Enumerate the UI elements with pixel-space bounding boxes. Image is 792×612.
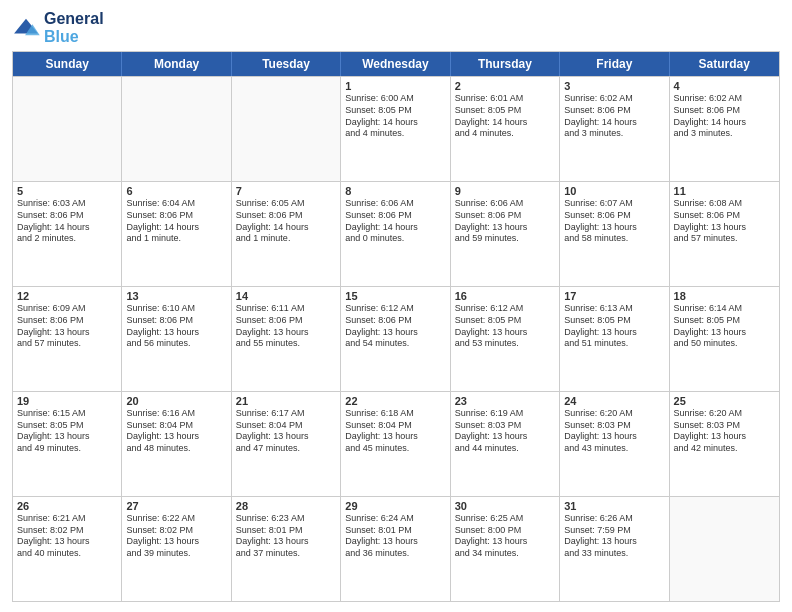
day-number: 23: [455, 395, 555, 407]
day-cell: 5Sunrise: 6:03 AM Sunset: 8:06 PM Daylig…: [13, 182, 122, 286]
calendar: SundayMondayTuesdayWednesdayThursdayFrid…: [12, 51, 780, 602]
cell-text: Sunrise: 6:22 AM Sunset: 8:02 PM Dayligh…: [126, 513, 226, 560]
day-cell: [13, 77, 122, 181]
day-cell: 31Sunrise: 6:26 AM Sunset: 7:59 PM Dayli…: [560, 497, 669, 601]
day-number: 24: [564, 395, 664, 407]
day-cell: 2Sunrise: 6:01 AM Sunset: 8:05 PM Daylig…: [451, 77, 560, 181]
day-number: 30: [455, 500, 555, 512]
day-number: 6: [126, 185, 226, 197]
day-cell: 21Sunrise: 6:17 AM Sunset: 8:04 PM Dayli…: [232, 392, 341, 496]
cell-text: Sunrise: 6:20 AM Sunset: 8:03 PM Dayligh…: [674, 408, 775, 455]
cell-text: Sunrise: 6:00 AM Sunset: 8:05 PM Dayligh…: [345, 93, 445, 140]
week-row-1: 1Sunrise: 6:00 AM Sunset: 8:05 PM Daylig…: [13, 76, 779, 181]
calendar-body: 1Sunrise: 6:00 AM Sunset: 8:05 PM Daylig…: [13, 76, 779, 601]
day-cell: 22Sunrise: 6:18 AM Sunset: 8:04 PM Dayli…: [341, 392, 450, 496]
day-cell: 26Sunrise: 6:21 AM Sunset: 8:02 PM Dayli…: [13, 497, 122, 601]
cell-text: Sunrise: 6:10 AM Sunset: 8:06 PM Dayligh…: [126, 303, 226, 350]
week-row-2: 5Sunrise: 6:03 AM Sunset: 8:06 PM Daylig…: [13, 181, 779, 286]
day-number: 11: [674, 185, 775, 197]
cell-text: Sunrise: 6:02 AM Sunset: 8:06 PM Dayligh…: [564, 93, 664, 140]
day-cell: 27Sunrise: 6:22 AM Sunset: 8:02 PM Dayli…: [122, 497, 231, 601]
week-row-3: 12Sunrise: 6:09 AM Sunset: 8:06 PM Dayli…: [13, 286, 779, 391]
cell-text: Sunrise: 6:19 AM Sunset: 8:03 PM Dayligh…: [455, 408, 555, 455]
day-cell: 20Sunrise: 6:16 AM Sunset: 8:04 PM Dayli…: [122, 392, 231, 496]
day-header-wednesday: Wednesday: [341, 52, 450, 76]
logo-icon: [12, 17, 40, 39]
cell-text: Sunrise: 6:20 AM Sunset: 8:03 PM Dayligh…: [564, 408, 664, 455]
cell-text: Sunrise: 6:11 AM Sunset: 8:06 PM Dayligh…: [236, 303, 336, 350]
day-number: 29: [345, 500, 445, 512]
day-cell: 17Sunrise: 6:13 AM Sunset: 8:05 PM Dayli…: [560, 287, 669, 391]
day-number: 9: [455, 185, 555, 197]
day-number: 15: [345, 290, 445, 302]
header: General Blue: [12, 10, 780, 45]
day-number: 12: [17, 290, 117, 302]
day-cell: 18Sunrise: 6:14 AM Sunset: 8:05 PM Dayli…: [670, 287, 779, 391]
cell-text: Sunrise: 6:13 AM Sunset: 8:05 PM Dayligh…: [564, 303, 664, 350]
day-number: 13: [126, 290, 226, 302]
day-number: 25: [674, 395, 775, 407]
logo: General Blue: [12, 10, 104, 45]
cell-text: Sunrise: 6:24 AM Sunset: 8:01 PM Dayligh…: [345, 513, 445, 560]
day-number: 21: [236, 395, 336, 407]
day-cell: 9Sunrise: 6:06 AM Sunset: 8:06 PM Daylig…: [451, 182, 560, 286]
day-cell: [670, 497, 779, 601]
week-row-5: 26Sunrise: 6:21 AM Sunset: 8:02 PM Dayli…: [13, 496, 779, 601]
day-cell: 29Sunrise: 6:24 AM Sunset: 8:01 PM Dayli…: [341, 497, 450, 601]
day-number: 17: [564, 290, 664, 302]
day-header-tuesday: Tuesday: [232, 52, 341, 76]
day-header-friday: Friday: [560, 52, 669, 76]
cell-text: Sunrise: 6:21 AM Sunset: 8:02 PM Dayligh…: [17, 513, 117, 560]
day-number: 2: [455, 80, 555, 92]
day-cell: 23Sunrise: 6:19 AM Sunset: 8:03 PM Dayli…: [451, 392, 560, 496]
cell-text: Sunrise: 6:03 AM Sunset: 8:06 PM Dayligh…: [17, 198, 117, 245]
day-number: 26: [17, 500, 117, 512]
day-cell: 11Sunrise: 6:08 AM Sunset: 8:06 PM Dayli…: [670, 182, 779, 286]
day-number: 3: [564, 80, 664, 92]
day-cell: 30Sunrise: 6:25 AM Sunset: 8:00 PM Dayli…: [451, 497, 560, 601]
cell-text: Sunrise: 6:23 AM Sunset: 8:01 PM Dayligh…: [236, 513, 336, 560]
day-number: 20: [126, 395, 226, 407]
day-header-sunday: Sunday: [13, 52, 122, 76]
day-cell: 28Sunrise: 6:23 AM Sunset: 8:01 PM Dayli…: [232, 497, 341, 601]
cell-text: Sunrise: 6:05 AM Sunset: 8:06 PM Dayligh…: [236, 198, 336, 245]
day-cell: 14Sunrise: 6:11 AM Sunset: 8:06 PM Dayli…: [232, 287, 341, 391]
day-cell: 16Sunrise: 6:12 AM Sunset: 8:05 PM Dayli…: [451, 287, 560, 391]
cell-text: Sunrise: 6:15 AM Sunset: 8:05 PM Dayligh…: [17, 408, 117, 455]
day-header-thursday: Thursday: [451, 52, 560, 76]
day-number: 22: [345, 395, 445, 407]
day-cell: 6Sunrise: 6:04 AM Sunset: 8:06 PM Daylig…: [122, 182, 231, 286]
day-number: 28: [236, 500, 336, 512]
day-cell: 10Sunrise: 6:07 AM Sunset: 8:06 PM Dayli…: [560, 182, 669, 286]
day-cell: 19Sunrise: 6:15 AM Sunset: 8:05 PM Dayli…: [13, 392, 122, 496]
day-number: 5: [17, 185, 117, 197]
day-cell: 25Sunrise: 6:20 AM Sunset: 8:03 PM Dayli…: [670, 392, 779, 496]
day-number: 31: [564, 500, 664, 512]
day-cell: [232, 77, 341, 181]
cell-text: Sunrise: 6:06 AM Sunset: 8:06 PM Dayligh…: [455, 198, 555, 245]
day-number: 18: [674, 290, 775, 302]
cell-text: Sunrise: 6:01 AM Sunset: 8:05 PM Dayligh…: [455, 93, 555, 140]
cell-text: Sunrise: 6:12 AM Sunset: 8:06 PM Dayligh…: [345, 303, 445, 350]
day-header-saturday: Saturday: [670, 52, 779, 76]
day-number: 16: [455, 290, 555, 302]
day-number: 14: [236, 290, 336, 302]
day-cell: 15Sunrise: 6:12 AM Sunset: 8:06 PM Dayli…: [341, 287, 450, 391]
cell-text: Sunrise: 6:08 AM Sunset: 8:06 PM Dayligh…: [674, 198, 775, 245]
cell-text: Sunrise: 6:17 AM Sunset: 8:04 PM Dayligh…: [236, 408, 336, 455]
cell-text: Sunrise: 6:04 AM Sunset: 8:06 PM Dayligh…: [126, 198, 226, 245]
cell-text: Sunrise: 6:18 AM Sunset: 8:04 PM Dayligh…: [345, 408, 445, 455]
day-cell: 12Sunrise: 6:09 AM Sunset: 8:06 PM Dayli…: [13, 287, 122, 391]
day-number: 7: [236, 185, 336, 197]
day-number: 4: [674, 80, 775, 92]
day-cell: 3Sunrise: 6:02 AM Sunset: 8:06 PM Daylig…: [560, 77, 669, 181]
day-number: 10: [564, 185, 664, 197]
day-cell: 24Sunrise: 6:20 AM Sunset: 8:03 PM Dayli…: [560, 392, 669, 496]
logo-text: General Blue: [44, 10, 104, 45]
cell-text: Sunrise: 6:25 AM Sunset: 8:00 PM Dayligh…: [455, 513, 555, 560]
day-number: 8: [345, 185, 445, 197]
cell-text: Sunrise: 6:14 AM Sunset: 8:05 PM Dayligh…: [674, 303, 775, 350]
cell-text: Sunrise: 6:12 AM Sunset: 8:05 PM Dayligh…: [455, 303, 555, 350]
cell-text: Sunrise: 6:06 AM Sunset: 8:06 PM Dayligh…: [345, 198, 445, 245]
cell-text: Sunrise: 6:26 AM Sunset: 7:59 PM Dayligh…: [564, 513, 664, 560]
